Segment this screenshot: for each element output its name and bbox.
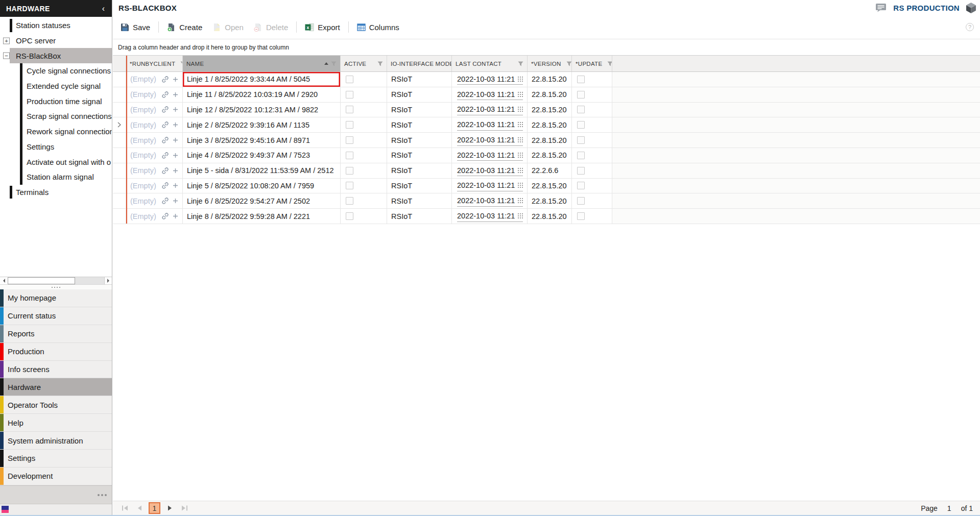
- tree-item-rs-blackbox[interactable]: −RS-BlackBox: [0, 48, 112, 63]
- cell-update[interactable]: [572, 117, 612, 132]
- row-indicator-cell[interactable]: [113, 103, 126, 117]
- active-checkbox[interactable]: [346, 212, 353, 220]
- cell-name[interactable]: Linje 4 / 8/25/2022 9:49:37 AM / 7523: [183, 148, 341, 163]
- scroll-right-icon[interactable]: [104, 277, 112, 284]
- cell-last-contact[interactable]: 2022-10-03 11:21: [452, 117, 528, 132]
- tree-item-terminals[interactable]: Terminals: [0, 185, 112, 200]
- tree-item-settings[interactable]: Settings: [0, 139, 112, 155]
- cell-active[interactable]: [341, 117, 387, 132]
- datepicker-icon[interactable]: [518, 183, 523, 188]
- cell-io-interface-model[interactable]: RSIoT: [387, 87, 452, 102]
- column-header-name[interactable]: NAME: [183, 56, 341, 71]
- add-icon[interactable]: [173, 137, 178, 143]
- panel-splitter[interactable]: [0, 284, 112, 289]
- cell-version[interactable]: 22.8.15.20: [528, 193, 572, 208]
- cell-active[interactable]: [341, 179, 387, 193]
- cell-io-interface-model[interactable]: RSIoT: [387, 148, 452, 163]
- update-checkbox[interactable]: [577, 182, 585, 189]
- last-contact-editor[interactable]: 2022-10-03 11:21: [457, 104, 523, 115]
- help-icon[interactable]: ?: [966, 23, 974, 31]
- cell-last-contact[interactable]: 2022-10-03 11:21: [452, 103, 528, 117]
- cell-last-contact[interactable]: 2022-10-03 11:21: [452, 209, 528, 224]
- cell-update[interactable]: [572, 209, 612, 224]
- cell-io-interface-model[interactable]: RSIoT: [387, 117, 452, 132]
- cell-name[interactable]: Linje 3 / 8/25/2022 9:45:16 AM / 8971: [183, 133, 341, 148]
- filter-icon[interactable]: [518, 61, 523, 66]
- add-icon[interactable]: [173, 77, 178, 82]
- row-indicator-cell[interactable]: [113, 133, 126, 148]
- active-checkbox[interactable]: [346, 182, 353, 189]
- link-icon[interactable]: [161, 76, 169, 83]
- tree-item-extended-cycle-signal[interactable]: Extended cycle signal: [0, 79, 112, 94]
- update-checkbox[interactable]: [577, 121, 585, 129]
- cell-name[interactable]: Linje 12 / 8/25/2022 10:12:31 AM / 9822: [183, 103, 341, 117]
- tree-item-production-time-signal[interactable]: Production time signal: [0, 93, 112, 109]
- last-contact-editor[interactable]: 2022-10-03 11:21: [457, 73, 523, 85]
- cell-active[interactable]: [341, 72, 387, 87]
- cell-update[interactable]: [572, 193, 612, 208]
- tree-item-station-alarm-signal[interactable]: Station alarm signal: [0, 169, 112, 185]
- filter-icon[interactable]: [566, 61, 572, 66]
- last-contact-editor[interactable]: 2022-10-03 11:21: [457, 135, 523, 146]
- cell-last-contact[interactable]: 2022-10-03 11:21: [452, 193, 528, 208]
- cell-version[interactable]: 22.8.15.20: [528, 103, 572, 117]
- add-icon[interactable]: [173, 213, 178, 219]
- last-contact-editor[interactable]: 2022-10-03 11:21: [457, 211, 523, 222]
- cell-version[interactable]: 22.8.15.20: [528, 87, 572, 102]
- cell-active[interactable]: [341, 163, 387, 178]
- tree-item-rework-signal-connection[interactable]: Rework signal connection: [0, 124, 112, 139]
- tree-item-scrap-signal-connections[interactable]: Scrap signal connections: [0, 109, 112, 124]
- column-header-io_model[interactable]: IO-INTERFACE MODEL: [387, 56, 452, 71]
- column-header-runbyclient[interactable]: *RUNBYCLIENT: [126, 56, 183, 71]
- active-checkbox[interactable]: [346, 76, 353, 83]
- column-header-last_contact[interactable]: LAST CONTACT: [452, 56, 528, 71]
- cell-last-contact[interactable]: 2022-10-03 11:21: [452, 179, 528, 193]
- add-icon[interactable]: [173, 153, 178, 158]
- add-icon[interactable]: [173, 92, 178, 97]
- create-button[interactable]: Create: [162, 20, 207, 35]
- cell-last-contact[interactable]: 2022-10-03 11:21: [452, 133, 528, 148]
- cell-io-interface-model[interactable]: RSIoT: [387, 193, 452, 208]
- active-checkbox[interactable]: [346, 121, 353, 129]
- update-checkbox[interactable]: [577, 167, 585, 175]
- cell-name[interactable]: Linje 5 / 8/25/2022 10:08:20 AM / 7959: [183, 179, 341, 193]
- cell-version[interactable]: 22.8.15.20: [528, 148, 572, 163]
- sidebar-item-settings[interactable]: Settings: [0, 450, 112, 468]
- cell-runbyclient[interactable]: (Empty): [126, 103, 183, 117]
- link-icon[interactable]: [161, 106, 169, 113]
- row-indicator-cell[interactable]: [113, 193, 126, 208]
- column-header-active[interactable]: ACTIVE: [341, 56, 387, 71]
- cell-runbyclient[interactable]: (Empty): [126, 179, 183, 193]
- tree-item-opc-server[interactable]: +OPC server: [0, 33, 112, 48]
- update-checkbox[interactable]: [577, 136, 585, 144]
- last-contact-editor[interactable]: 2022-10-03 11:21: [457, 89, 523, 100]
- update-checkbox[interactable]: [577, 197, 585, 205]
- add-icon[interactable]: [173, 168, 178, 174]
- datepicker-icon[interactable]: [518, 168, 523, 173]
- cell-update[interactable]: [572, 163, 612, 178]
- cell-last-contact[interactable]: 2022-10-03 11:21: [452, 72, 528, 87]
- active-checkbox[interactable]: [346, 106, 353, 113]
- sidebar-item-production[interactable]: Production: [0, 343, 112, 361]
- cell-io-interface-model[interactable]: RSIoT: [387, 209, 452, 224]
- current-page-button[interactable]: 1: [149, 502, 160, 514]
- active-checkbox[interactable]: [346, 167, 353, 175]
- first-page-button[interactable]: [119, 503, 130, 514]
- cell-active[interactable]: [341, 103, 387, 117]
- cell-last-contact[interactable]: 2022-10-03 11:21: [452, 87, 528, 102]
- delete-button[interactable]: Delete: [249, 20, 293, 35]
- cell-io-interface-model[interactable]: RSIoT: [387, 72, 452, 87]
- cell-runbyclient[interactable]: (Empty): [126, 193, 183, 208]
- next-page-button[interactable]: [164, 503, 175, 514]
- filter-icon[interactable]: [331, 61, 337, 66]
- last-contact-editor[interactable]: 2022-10-03 11:21: [457, 195, 523, 207]
- cell-name[interactable]: Linje 2 / 8/25/2022 9:39:16 AM / 1135: [183, 117, 341, 132]
- add-icon[interactable]: [173, 107, 178, 112]
- last-page-button[interactable]: [179, 503, 190, 514]
- last-contact-editor[interactable]: 2022-10-03 11:21: [457, 119, 523, 131]
- cell-active[interactable]: [341, 193, 387, 208]
- row-indicator-cell[interactable]: [113, 87, 126, 102]
- add-icon[interactable]: [173, 122, 178, 128]
- cell-io-interface-model[interactable]: RSIoT: [387, 163, 452, 178]
- tree-item-activate-out-signal-with-o[interactable]: Activate out signal with o: [0, 154, 112, 169]
